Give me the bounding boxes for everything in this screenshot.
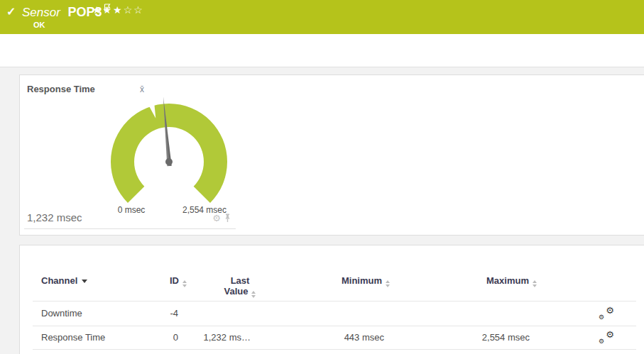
sort-caret-down-icon	[82, 280, 87, 283]
column-header-id[interactable]: ID	[119, 275, 187, 287]
gauge-settings-gear-icon[interactable]: ⚙	[212, 214, 221, 223]
channel-settings-gears-icon[interactable]: ⚙⚙	[599, 307, 614, 320]
gauge-title: Response Time	[27, 84, 95, 94]
channel-id: 0	[119, 332, 178, 343]
gauge-toolbar: ⚙	[212, 214, 231, 223]
column-header-maximum[interactable]: Maximum	[460, 275, 537, 287]
gauge-min-label: 0 msec	[107, 205, 156, 215]
channel-table-panel: Channel ID Last Value Minimum Maximum Do…	[19, 245, 644, 354]
channel-last-value: 1,232 ms…	[194, 332, 251, 343]
response-time-gauge-widget: Response Time x̄ 0 msec 2,55	[24, 79, 236, 229]
divider	[33, 326, 636, 326]
sort-arrows-icon	[251, 291, 256, 298]
divider	[33, 301, 636, 302]
channel-settings-gears-icon[interactable]: ⚙⚙	[599, 331, 614, 344]
gauge-current-value: 1,232 msec	[27, 211, 82, 223]
response-time-gauge	[98, 91, 240, 211]
pin-icon[interactable]	[224, 214, 231, 223]
sort-arrows-icon	[533, 280, 537, 287]
sort-arrows-icon	[182, 280, 187, 287]
priority-stars[interactable]: ★★★☆☆	[92, 4, 144, 16]
column-header-last-value[interactable]: Last Value	[210, 275, 270, 298]
sort-arrows-icon	[386, 280, 390, 287]
gauge-panel: Response Time x̄ 0 msec 2,55	[19, 74, 644, 236]
sensor-status-badge: OK	[33, 21, 45, 29]
channel-maximum: 2,554 msec	[452, 332, 530, 343]
tab-bar: Overview Live Data 2 days 30 days 365 da…	[0, 34, 644, 67]
divider	[33, 349, 636, 350]
sensor-overview-page: ✓ Sensor POP3 ★★★☆☆ OK Overview Live Dat…	[0, 0, 644, 354]
column-header-minimum[interactable]: Minimum	[315, 275, 390, 287]
status-check-icon: ✓	[6, 5, 16, 18]
channel-id: -4	[119, 308, 178, 319]
sensor-type-label: Sensor	[22, 6, 60, 19]
channel-minimum: 443 msec	[313, 332, 384, 343]
sensor-header: ✓ Sensor POP3 ★★★☆☆ OK	[0, 0, 644, 34]
